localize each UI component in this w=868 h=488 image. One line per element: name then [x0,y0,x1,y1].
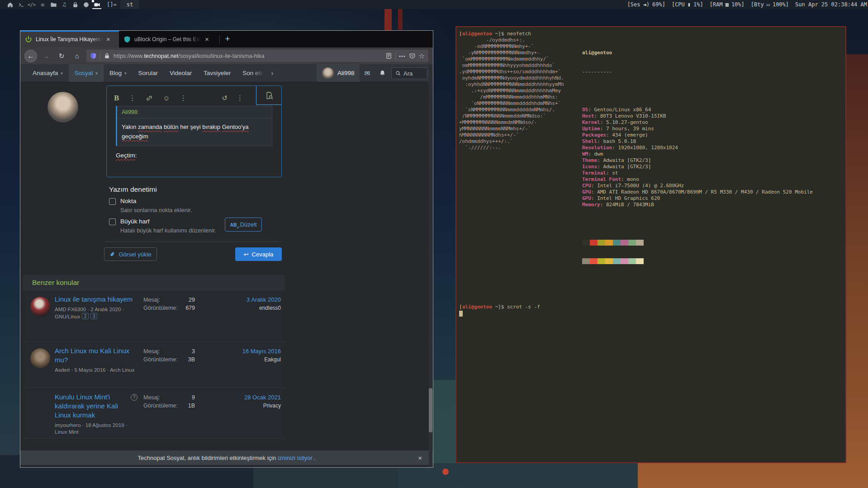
tag-screencast-icon[interactable] [91,0,102,9]
home-button[interactable]: ⌂ [71,50,83,62]
palette-swatch [605,240,613,246]
current-user-avatar[interactable] [47,92,78,123]
reload-button[interactable]: ↻ [56,50,67,62]
search-input[interactable]: Ara [391,67,427,79]
topic-stats: Mesaj:9 Görüntüleme:1B [143,393,195,410]
autocorrect-icon: AB✓ [230,222,237,227]
tag-code-icon[interactable]: </> [26,0,37,9]
tab-close-icon[interactable]: × [106,35,110,43]
tag-globe-icon[interactable] [81,0,91,9]
messages-envelope-icon[interactable]: ✉ [360,64,375,82]
notification-close-icon[interactable]: × [418,454,422,462]
buyuk-harf-checkbox[interactable] [109,218,116,225]
page-badge[interactable]: 3 [90,313,97,319]
tag-terminal-icon[interactable] [15,0,26,9]
topic-title-link[interactable]: Kurulu Linux Mint'i kaldırarak yerine Ka… [55,393,135,420]
option-buyuk-harf[interactable]: Büyük harf [109,218,150,225]
smiley-icon[interactable]: ☺ [163,94,170,102]
insert-more-icon[interactable]: ⋮ [180,94,187,102]
reply-editor[interactable]: B ⋮ ☺ ⋮ ↺ ⋮ Ali998: Yakın zamanda bütün … [106,85,282,177]
tab-linux-topic[interactable]: Linux İle Tanışma Hikayeniz × [20,31,119,47]
duzelt-button[interactable]: AB✓ Düzelt [225,218,262,232]
bookmark-star-icon[interactable]: ☆ [419,52,425,60]
reply-button[interactable]: ↩ Cevapla [235,247,282,261]
upload-image-button[interactable]: Görsel yükle [104,247,157,261]
page-badge[interactable]: 2 [82,313,89,319]
topic-avatar[interactable] [30,348,50,368]
pocket-icon[interactable] [409,52,416,59]
similar-topic-row[interactable]: Kurulu Linux Mint'i kaldırarak yerine Ka… [23,388,285,439]
user-menu[interactable]: Ali998 [317,64,360,82]
neofetch-field: CPU: Intel i7-7500U (4) @ 2.600GHz [582,183,813,189]
neofetch-field: Kernel: 5.10.27-gentoo [582,119,813,126]
nokta-checkbox[interactable] [109,198,116,205]
tag-lock-icon[interactable] [70,0,81,9]
preview-button[interactable] [256,86,281,105]
insert-link-icon[interactable] [146,95,153,102]
topic-avatar[interactable] [30,394,50,414]
palette-swatch [582,258,590,264]
dwm-layout-symbol[interactable]: []= [107,1,117,8]
protections-shield-icon[interactable] [90,52,97,59]
site-nav-item[interactable]: Sorular ▾ [132,64,164,82]
reader-mode-icon[interactable] [385,52,392,59]
more-formatting-icon[interactable]: ⋮ [129,94,136,102]
palette-swatch [621,240,628,246]
tag-folder-icon[interactable] [48,0,59,9]
tag-home-icon[interactable] [5,0,15,9]
url-bar[interactable]: https://www.technopat.net/sosyal/konu/li… [86,50,428,62]
site-nav-item[interactable]: Sosyal ▾ [69,64,104,82]
tab-bar: Linux İle Tanışma Hikayeniz × uBlock Ori… [20,31,433,47]
topic-date-link[interactable]: 28 Ocak 2021 [244,393,281,402]
username: Ali998 [337,70,355,76]
new-tab-button[interactable]: + [220,31,235,47]
neofetch-info: ali@gentoo ---------- OS: Gentoo/Linux x… [582,37,813,289]
terminal-window[interactable]: [ali@gentoo ~]$ neofetch -/oyddmdhs+:. -… [455,26,846,463]
palette-swatch [628,258,636,264]
topic-date-link[interactable]: 3 Aralık 2020 [247,296,281,304]
palette-swatch [598,258,605,264]
status-text: [Ses◄)69%] [CPU▮1%] [RAM▦10%] [Bty▭100%]… [627,1,868,8]
tab-close-icon[interactable]: × [205,35,209,43]
wallpaper-banner [398,9,403,30]
site-nav-item[interactable]: Tavsiyeler ▾ [198,64,237,82]
site-nav-item[interactable]: Son etk ▾ [237,64,269,82]
chevron-down-icon: ▾ [124,71,127,76]
site-nav-item[interactable]: Videolar ▾ [164,64,198,82]
similar-topic-row[interactable]: Linux ile tanışma hikayem AMD FX6300 · 2… [23,290,285,342]
back-button[interactable]: ← [25,50,37,62]
preview-icon [265,91,273,99]
gentoo-ascii-logo: -/oyddmdhs+:. -odNMMMMMMMMNNmhy+-` -yNMM… [459,37,582,289]
forward-button[interactable]: → [40,50,52,62]
spellcheck-title: Yazım denetimi [109,185,157,194]
status-battery: [Bty▭100%] [751,1,789,8]
dwm-statusbar: </> ✉ ♫ []= st [Ses◄)69%] [CPU▮1%] [RAM▦… [0,0,868,9]
reply-text[interactable]: Geçtim: [116,152,137,159]
nokta-desc: Satır sonlarına nokta eklenir. [120,207,192,213]
undo-icon[interactable]: ↺ [222,94,228,102]
alerts-bell-icon[interactable] [375,64,390,82]
bold-button[interactable]: B [114,94,119,103]
page-actions-icon[interactable]: ••• [399,53,406,59]
topic-avatar[interactable] [30,297,50,317]
topic-meta: imyourhero · 18 Ağustos 2019 · Linux Min… [55,422,135,436]
option-nokta[interactable]: Nokta [109,198,136,205]
nav-more-chevron-icon[interactable]: › [269,64,275,82]
topic-title-link[interactable]: Linux ile tanışma hikayem [55,295,135,304]
site-nav-item[interactable]: Blog ▾ [104,64,133,82]
site-nav-item[interactable]: Anasayfa ▾ [27,64,69,82]
permission-link[interactable]: izninizi istiyor [278,455,313,461]
topic-title-link[interactable]: Arch Linux mu Kali Linux mu? [55,346,135,365]
scrollbar-thumb[interactable] [429,388,432,432]
palette-swatch [636,258,644,264]
focused-window-title: st [120,0,139,9]
quote-author[interactable]: Ali998: [117,106,272,118]
tab-ublock[interactable]: uBlock Origin – Get this Ext × [119,31,219,47]
topic-date-link[interactable]: 16 Mayıs 2016 [242,347,281,355]
editor-menu-icon[interactable]: ⋮ [237,94,243,102]
tag-mail-icon[interactable]: ✉ [37,0,48,9]
similar-topic-row[interactable]: Arch Linux mu Kali Linux mu? Asdert · 5 … [23,342,285,388]
user-avatar [322,67,334,79]
tag-music-icon[interactable]: ♫ [59,0,70,9]
palette-swatch [636,240,644,246]
